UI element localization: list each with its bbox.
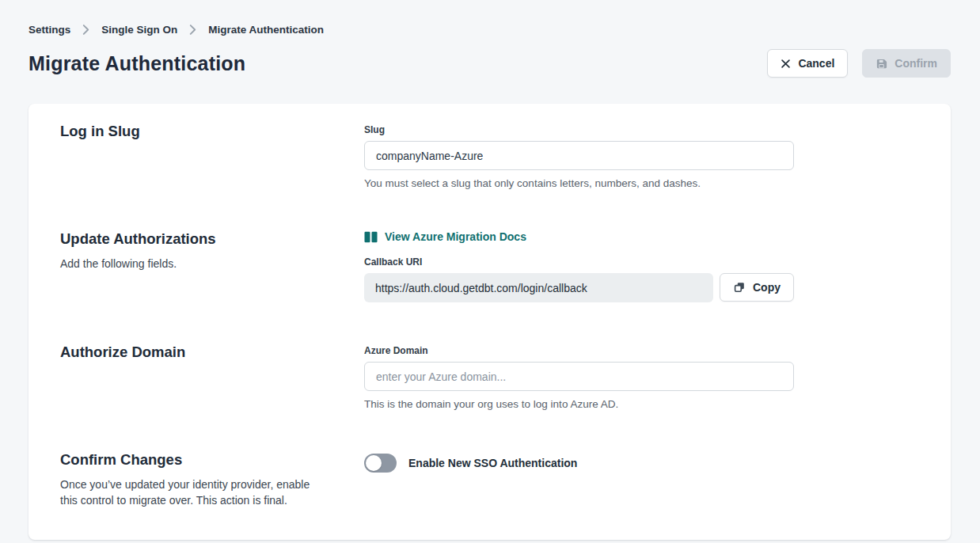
confirm-button[interactable]: Confirm — [862, 49, 951, 78]
azure-domain-label: Azure Domain — [364, 344, 794, 356]
copy-icon — [733, 281, 746, 294]
breadcrumb-item-settings[interactable]: Settings — [28, 24, 70, 36]
azure-domain-helper-text: This is the domain your org uses to log … — [364, 398, 794, 410]
enable-sso-toggle[interactable] — [364, 454, 397, 473]
settings-card: Log in Slug Slug You must select a slug … — [28, 104, 951, 540]
enable-sso-toggle-label: Enable New SSO Authentication — [408, 457, 577, 469]
breadcrumb: Settings Single Sign On Migrate Authenti… — [28, 24, 951, 36]
open-book-icon — [364, 231, 378, 243]
cancel-button-label: Cancel — [798, 57, 834, 70]
cancel-button[interactable]: Cancel — [767, 49, 848, 78]
section-authorize-domain: Authorize Domain Azure Domain This is th… — [60, 344, 919, 410]
copy-button[interactable]: Copy — [720, 273, 794, 302]
azure-migration-docs-link[interactable]: View Azure Migration Docs — [364, 230, 526, 243]
slug-field-label: Slug — [364, 123, 794, 135]
slug-helper-text: You must select a slug that only contain… — [364, 177, 794, 189]
page-title: Migrate Authentication — [28, 52, 245, 75]
update-authorizations-heading: Update Authorizations — [60, 230, 364, 248]
authorize-domain-heading: Authorize Domain — [60, 344, 364, 361]
callback-uri-label: Callback URI — [364, 255, 794, 268]
copy-button-label: Copy — [753, 281, 781, 294]
breadcrumb-item-single-sign-on[interactable]: Single Sign On — [101, 24, 177, 36]
breadcrumb-item-current: Migrate Authentication — [208, 24, 324, 36]
update-authorizations-description: Add the following fields. — [60, 256, 321, 272]
toggle-knob — [366, 455, 382, 471]
confirm-button-label: Confirm — [895, 57, 937, 70]
title-row: Migrate Authentication Cancel Confirm — [28, 49, 951, 78]
header-actions: Cancel Confirm — [767, 49, 951, 78]
section-login-slug: Log in Slug Slug You must select a slug … — [60, 123, 919, 189]
chevron-right-icon — [189, 25, 196, 35]
section-confirm-changes: Confirm Changes Once you’ve updated your… — [60, 451, 919, 508]
section-update-authorizations: Update Authorizations Add the following … — [60, 230, 919, 302]
slug-input[interactable] — [364, 141, 794, 170]
close-icon — [781, 59, 791, 69]
save-icon — [876, 58, 887, 70]
login-slug-heading: Log in Slug — [60, 123, 364, 140]
confirm-changes-description: Once you’ve updated your identity provid… — [60, 477, 321, 508]
chevron-right-icon — [82, 25, 89, 35]
page-header: Settings Single Sign On Migrate Authenti… — [0, 0, 980, 78]
confirm-changes-heading: Confirm Changes — [60, 451, 364, 469]
docs-link-label: View Azure Migration Docs — [385, 230, 526, 243]
callback-uri-value: https://auth.cloud.getdbt.com/login/call… — [364, 273, 713, 302]
azure-domain-input[interactable] — [364, 362, 794, 391]
